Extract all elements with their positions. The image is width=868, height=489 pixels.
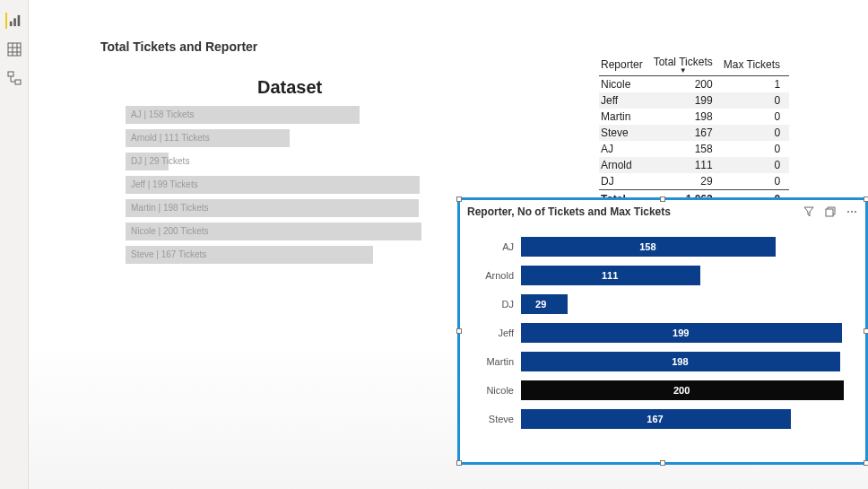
table-cell: Martin [599, 109, 652, 125]
chart-category-label: Martin [469, 356, 521, 367]
dataset-row[interactable]: AJ | 158 Tickets [126, 106, 439, 124]
table-cell: 0 [722, 141, 789, 157]
view-rail [0, 0, 29, 489]
svg-rect-10 [826, 209, 833, 216]
table-row[interactable]: Nicole2001 [599, 76, 789, 93]
table-cell: 1 [722, 76, 789, 93]
chart-bar-area: 29 [521, 294, 856, 314]
resize-handle[interactable] [660, 460, 665, 466]
chart-bar-area: 167 [521, 409, 856, 429]
svg-point-11 [847, 211, 849, 213]
chart-category-label: Steve [469, 414, 521, 424]
resize-handle[interactable] [456, 196, 462, 202]
table-row[interactable]: Arnold1110 [599, 157, 789, 173]
table-row[interactable]: AJ1580 [599, 141, 789, 157]
chart-bar-area: 111 [521, 266, 856, 285]
resize-handle[interactable] [660, 196, 665, 202]
chart-row[interactable]: Jeff199 [469, 322, 856, 344]
dataset-bar-label: DJ | 29 Tickets [131, 153, 189, 170]
svg-rect-3 [8, 43, 21, 56]
dataset-row[interactable]: Martin | 198 Tickets [126, 199, 439, 217]
chart-category-label: DJ [469, 299, 521, 310]
chart-data-label: 200 [673, 380, 690, 400]
chart-data-label: 167 [647, 409, 663, 429]
table-cell: 29 [652, 173, 722, 190]
table-row[interactable]: Martin1980 [599, 109, 789, 125]
dataset-bar-label: Steve | 167 Tickets [131, 246, 206, 264]
model-view-icon[interactable] [6, 70, 22, 86]
table-row[interactable]: Steve1670 [599, 125, 789, 141]
focus-mode-icon[interactable] [824, 205, 837, 218]
chart-row[interactable]: Nicole200 [469, 380, 856, 401]
chart-row[interactable]: AJ158 [469, 236, 856, 258]
table-cell: 0 [722, 109, 789, 125]
column-header[interactable]: Reporter [599, 54, 652, 76]
table-cell: 0 [722, 173, 789, 190]
table-cell: 200 [652, 76, 722, 93]
chart-data-label: 198 [672, 352, 688, 371]
svg-point-12 [851, 211, 853, 213]
chart-bar-area: 158 [521, 237, 856, 257]
chart-plot-area: AJ158Arnold111DJ29Jeff199Martin198Nicole… [469, 236, 856, 451]
column-header[interactable]: Total Tickets▼ [652, 54, 722, 76]
resize-handle[interactable] [864, 196, 868, 202]
table-cell: 198 [652, 109, 722, 125]
table-cell: 0 [722, 92, 789, 109]
chart-category-label: Jeff [469, 327, 521, 338]
more-options-icon[interactable] [846, 205, 858, 218]
svg-rect-1 [13, 18, 16, 26]
chart-bar-area: 198 [521, 352, 856, 371]
chart-bar-area: 199 [521, 323, 856, 343]
dataset-title: Dataset [257, 77, 322, 98]
bar-chart-visual[interactable]: Reporter, No of Tickets and Max Tickets … [457, 197, 868, 465]
chart-row[interactable]: Martin198 [469, 351, 856, 372]
report-canvas[interactable]: Total Tickets and Reporter Dataset AJ | … [29, 0, 868, 489]
chart-title: Reporter, No of Tickets and Max Tickets [467, 205, 803, 218]
table-cell: 158 [652, 141, 722, 157]
dataset-bar-label: Arnold | 111 Tickets [131, 129, 210, 147]
column-header[interactable]: Max Tickets [722, 54, 789, 76]
table-cell: 199 [652, 92, 722, 109]
table-cell: Steve [599, 125, 652, 141]
chart-data-label: 199 [673, 323, 689, 343]
sort-desc-icon: ▼ [654, 68, 713, 74]
table-visual[interactable]: ReporterTotal Tickets▼Max Tickets Nicole… [599, 54, 789, 207]
table-row[interactable]: DJ290 [599, 173, 789, 190]
chart-category-label: Arnold [469, 270, 521, 281]
dataset-bar-label: Nicole | 200 Tickets [131, 223, 209, 240]
chart-row[interactable]: Arnold111 [469, 265, 856, 286]
dataset-bar-label: Jeff | 199 Tickets [131, 176, 198, 194]
resize-handle[interactable] [456, 328, 462, 334]
resize-handle[interactable] [456, 460, 462, 466]
chart-bar-area: 200 [521, 380, 856, 400]
svg-rect-2 [17, 15, 20, 26]
dataset-row[interactable]: DJ | 29 Tickets [126, 153, 439, 170]
table-cell: 0 [722, 125, 789, 141]
table-cell: 0 [722, 157, 789, 173]
table-cell: Jeff [599, 92, 652, 109]
filter-icon[interactable] [803, 205, 815, 218]
report-view-icon[interactable] [5, 13, 22, 29]
resize-handle[interactable] [864, 460, 868, 466]
dataset-row[interactable]: Jeff | 199 Tickets [126, 176, 439, 194]
chart-category-label: Nicole [469, 385, 521, 396]
chart-header: Reporter, No of Tickets and Max Tickets [460, 200, 865, 223]
table-cell: 111 [652, 157, 722, 173]
dataset-row[interactable]: Steve | 167 Tickets [126, 246, 439, 264]
table-row[interactable]: Jeff1990 [599, 92, 789, 109]
chart-row[interactable]: DJ29 [469, 293, 856, 315]
dataset-row[interactable]: Arnold | 111 Tickets [126, 129, 439, 147]
chart-row[interactable]: Steve167 [469, 408, 856, 430]
chart-category-label: AJ [469, 241, 521, 252]
data-view-icon[interactable] [6, 41, 22, 57]
svg-rect-9 [15, 80, 21, 84]
svg-point-13 [855, 211, 856, 213]
dataset-bar-label: Martin | 198 Tickets [131, 199, 209, 217]
svg-rect-0 [9, 22, 12, 26]
dataset-row[interactable]: Nicole | 200 Tickets [126, 223, 439, 240]
svg-rect-8 [8, 72, 13, 76]
dataset-bar-list[interactable]: AJ | 158 TicketsArnold | 111 TicketsDJ |… [126, 106, 439, 269]
table-cell: Nicole [599, 76, 652, 93]
resize-handle[interactable] [864, 328, 868, 334]
app-root: Total Tickets and Reporter Dataset AJ | … [0, 0, 868, 489]
